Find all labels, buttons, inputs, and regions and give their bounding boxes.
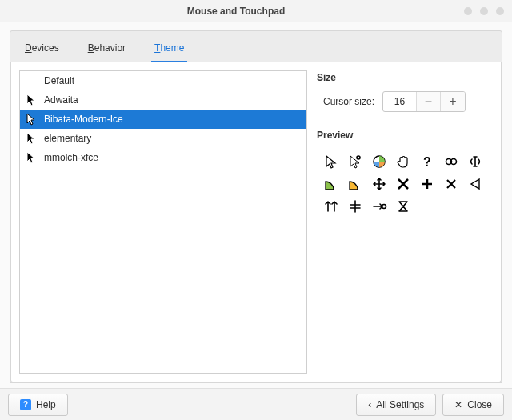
back-chevron-icon: ‹ — [368, 399, 371, 410]
window-titlebar: Mouse and Touchpad — [0, 0, 512, 22]
cursor-size-increase-button[interactable]: + — [441, 92, 465, 111]
cursor-size-stepper[interactable]: 16 − + — [382, 91, 466, 112]
link-cursor-icon — [442, 152, 461, 171]
split-h-cursor-icon — [322, 197, 341, 216]
theme-list[interactable]: Default Adwaita Bibata-Modern-Ice elemen… — [19, 70, 307, 374]
cursor-preview-grid: ? — [317, 149, 493, 216]
theme-name-label: Adwaita — [44, 94, 78, 106]
svg-point-12 — [382, 205, 386, 209]
theme-name-label: elementary — [44, 133, 91, 144]
cursor-preview-icon — [26, 94, 38, 106]
help-cursor-icon: ? — [418, 152, 437, 171]
split-v-cursor-icon — [346, 197, 365, 216]
cursor-preview-icon — [26, 113, 38, 126]
cross-cursor-icon — [442, 174, 461, 194]
theme-row[interactable]: elementary — [20, 129, 306, 148]
help-button[interactable]: ? Help — [8, 394, 68, 416]
cursor-size-label: Cursor size: — [323, 96, 374, 107]
size-section-title: Size — [317, 72, 493, 83]
close-icon: ✕ — [454, 399, 462, 410]
svg-point-0 — [357, 156, 360, 159]
theme-name-label: mmolch-xfce — [44, 152, 98, 163]
not-allowed-cursor-icon — [394, 174, 413, 194]
preview-section-title: Preview — [317, 130, 493, 141]
all-settings-label: All Settings — [376, 399, 424, 410]
window-close-button[interactable] — [496, 7, 504, 15]
hourglass-cursor-icon — [394, 197, 413, 216]
help-icon: ? — [20, 399, 31, 410]
corner-yellow-cursor-icon — [346, 174, 365, 194]
arrow-right-cursor-icon — [370, 197, 389, 216]
tab-behavior[interactable]: Behavior — [86, 39, 127, 62]
window-maximize-button[interactable] — [480, 7, 488, 15]
close-button[interactable]: ✕ Close — [442, 394, 504, 416]
window-controls — [464, 7, 504, 15]
cursor-preview-icon — [26, 151, 38, 164]
pointer-cursor-icon — [322, 152, 341, 171]
theme-name-label: Bibata-Modern-Ice — [44, 114, 123, 125]
wait-circle-cursor-icon — [370, 152, 389, 171]
window-title: Mouse and Touchpad — [8, 6, 464, 17]
theme-row[interactable]: mmolch-xfce — [20, 148, 306, 167]
dialog-footer: ? Help ‹ All Settings ✕ Close — [0, 388, 512, 420]
text-i-cursor-icon — [466, 152, 485, 171]
cursor-size-decrease-button[interactable]: − — [417, 92, 441, 111]
corner-green-cursor-icon — [322, 174, 341, 194]
tabbar: Devices Behavior Theme — [10, 31, 502, 62]
select-cursor-icon — [346, 152, 365, 171]
svg-text:?: ? — [423, 155, 431, 169]
theme-name-label: Default — [44, 75, 74, 86]
all-settings-button[interactable]: ‹ All Settings — [356, 394, 436, 416]
tab-area: Devices Behavior Theme Default Adwaita B… — [10, 30, 502, 383]
play-left-cursor-icon — [466, 174, 485, 194]
cursor-preview-icon — [26, 132, 38, 145]
plus-cursor-icon — [418, 174, 437, 194]
theme-row[interactable]: Adwaita — [20, 90, 306, 110]
close-button-label: Close — [467, 399, 492, 410]
cursor-size-row: Cursor size: 16 − + — [317, 91, 493, 112]
help-button-label: Help — [36, 399, 56, 410]
cursor-size-value: 16 — [383, 92, 417, 111]
window-minimize-button[interactable] — [464, 7, 472, 15]
theme-row[interactable]: Bibata-Modern-Ice — [20, 110, 306, 129]
theme-panel: Default Adwaita Bibata-Modern-Ice elemen… — [10, 62, 502, 382]
tab-theme[interactable]: Theme — [153, 39, 186, 62]
move-cursor-icon — [370, 174, 389, 194]
theme-row[interactable]: Default — [20, 71, 306, 90]
theme-side-panel: Size Cursor size: 16 − + Preview ? — [317, 70, 493, 374]
tab-devices[interactable]: Devices — [23, 39, 61, 62]
hand-cursor-icon — [394, 152, 413, 171]
